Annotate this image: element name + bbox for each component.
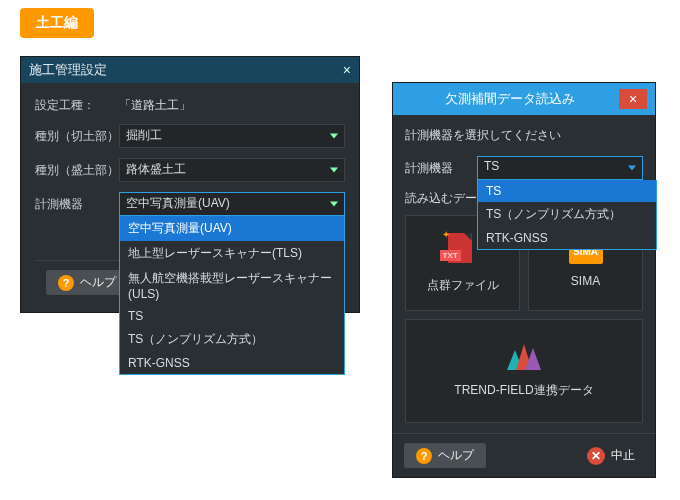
device-option[interactable]: TS — [478, 180, 656, 202]
help-label: ヘルプ — [80, 274, 116, 291]
tile-label: TREND-FIELD連携データ — [454, 382, 593, 399]
construction-settings-dialog: 施工管理設定 × 設定工種： 「道路土工」 種別（切土部） 掘削工 種別（盛土部… — [20, 56, 360, 313]
missing-data-import-dialog: 欠測補間データ読込み × 計測機器を選択してください 計測機器 TS TS TS… — [392, 82, 656, 478]
txt-file-icon: ✦ — [448, 233, 478, 267]
set-type-label: 設定工種： — [35, 97, 119, 114]
fill-type-label: 種別（盛土部） — [35, 162, 119, 179]
device-value: 空中写真測量(UAV) — [126, 196, 230, 210]
cancel-icon: ✕ — [587, 447, 605, 465]
section-badge: 土工編 — [20, 8, 94, 38]
dialog-titlebar: 施工管理設定 × — [21, 57, 359, 83]
cut-type-value: 掘削工 — [126, 128, 162, 142]
tile-label: 点群ファイル — [427, 277, 499, 294]
device-label: 計測機器 — [405, 160, 477, 177]
device-option[interactable]: TS — [120, 305, 344, 327]
cut-type-select[interactable]: 掘削工 — [119, 124, 345, 148]
device-option[interactable]: 空中写真測量(UAV) — [120, 216, 344, 241]
dialog-titlebar: 欠測補間データ読込み × — [393, 83, 655, 115]
device-dropdown: TS TS（ノンプリズム方式） RTK-GNSS — [477, 180, 657, 250]
chevron-down-icon — [628, 166, 636, 171]
device-select[interactable]: 空中写真測量(UAV) — [119, 192, 345, 216]
device-option[interactable]: TS（ノンプリズム方式） — [478, 202, 656, 227]
close-icon[interactable]: × — [343, 62, 351, 78]
device-option[interactable]: RTK-GNSS — [120, 352, 344, 374]
dialog-title: 施工管理設定 — [29, 61, 107, 79]
fill-type-value: 路体盛土工 — [126, 162, 186, 176]
help-label: ヘルプ — [438, 447, 474, 464]
help-icon: ? — [58, 275, 74, 291]
set-type-value: 「道路土工」 — [119, 97, 345, 114]
help-icon: ? — [416, 448, 432, 464]
tile-label: SIMA — [571, 274, 600, 288]
dialog-title: 欠測補間データ読込み — [401, 90, 619, 108]
trend-field-tile[interactable]: TREND-FIELD連携データ — [405, 319, 643, 423]
device-label: 計測機器 — [35, 196, 119, 213]
chevron-down-icon — [330, 134, 338, 139]
prompt-text: 計測機器を選択してください — [405, 127, 643, 144]
device-option[interactable]: 無人航空機搭載型レーザースキャナー(ULS) — [120, 266, 344, 305]
chevron-down-icon — [330, 168, 338, 173]
device-value: TS — [484, 159, 499, 173]
chevron-down-icon — [330, 202, 338, 207]
cut-type-label: 種別（切土部） — [35, 128, 119, 145]
cancel-button[interactable]: ✕ 中止 — [577, 443, 645, 469]
device-option[interactable]: RTK-GNSS — [478, 227, 656, 249]
device-option[interactable]: TS（ノンプリズム方式） — [120, 327, 344, 352]
device-dropdown: 空中写真測量(UAV) 地上型レーザースキャナー(TLS) 無人航空機搭載型レー… — [119, 216, 345, 375]
close-icon[interactable]: × — [619, 89, 647, 109]
cancel-label: 中止 — [611, 447, 635, 464]
trend-field-icon — [507, 344, 541, 370]
fill-type-select[interactable]: 路体盛土工 — [119, 158, 345, 182]
help-button[interactable]: ? ヘルプ — [403, 442, 487, 469]
device-select[interactable]: TS — [477, 156, 643, 180]
device-option[interactable]: 地上型レーザースキャナー(TLS) — [120, 241, 344, 266]
help-button[interactable]: ? ヘルプ — [45, 269, 129, 296]
